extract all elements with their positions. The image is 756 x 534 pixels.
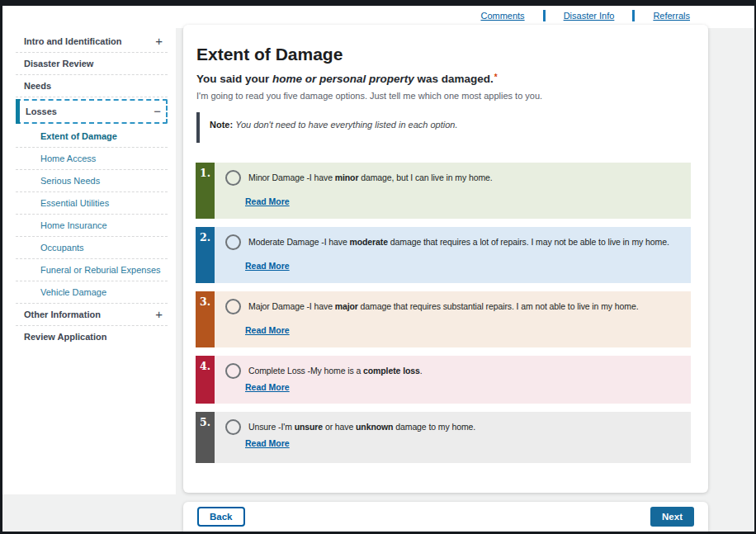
option-body: Complete Loss -My home is a complete los… xyxy=(215,356,691,404)
option-row-1: 1.Minor Damage -I have minor damage, but… xyxy=(196,163,691,219)
sidebar-item-disaster-review[interactable]: Disaster Review xyxy=(16,53,168,75)
option-label-text: Moderate Damage -I have xyxy=(248,237,350,247)
option-label-text: Minor Damage -I have xyxy=(248,172,335,182)
option-body: Minor Damage -I have minor damage, but I… xyxy=(215,163,691,219)
damage-options-list: 1.Minor Damage -I have minor damage, but… xyxy=(196,163,691,463)
note-box: Note: You don't need to have everything … xyxy=(196,112,692,143)
option-line: Unsure -I'm unsure or have unknown damag… xyxy=(225,421,683,435)
option-label-text: or have xyxy=(323,422,356,432)
top-links: CommentsDisaster InfoReferrals xyxy=(480,10,690,21)
plus-icon: + xyxy=(155,310,163,319)
sidebar-item-label: Serious Needs xyxy=(40,176,100,186)
option-number: 5. xyxy=(196,412,215,463)
sidebar-item-label: Essential Utilities xyxy=(40,198,109,208)
sidebar-item-label: Home Access xyxy=(40,154,96,163)
sidebar-item-extent-of-damage[interactable]: Extent of Damage xyxy=(16,125,168,148)
sidebar-item-serious-needs[interactable]: Serious Needs xyxy=(16,170,168,192)
option-label: Major Damage -I have major damage that r… xyxy=(248,300,638,312)
option-row-3: 3.Major Damage -I have major damage that… xyxy=(196,291,691,347)
radio-button[interactable] xyxy=(225,170,241,186)
sidebar-item-label: Review Application xyxy=(24,332,106,342)
nav-separator xyxy=(543,10,546,21)
option-row-4: 4.Complete Loss -My home is a complete l… xyxy=(196,356,691,404)
note-label: Note: xyxy=(210,120,233,130)
option-number: 1. xyxy=(196,163,215,219)
read-more-link[interactable]: Read More xyxy=(245,325,290,335)
question-subtitle: You said your home or personal property … xyxy=(196,73,692,85)
top-link-disaster-info[interactable]: Disaster Info xyxy=(564,11,615,21)
option-label-text: damage that requires a lot of repairs. I… xyxy=(388,237,669,247)
subtitle-text: was damaged. xyxy=(414,73,494,85)
sidebar-item-needs[interactable]: Needs xyxy=(16,75,168,97)
option-body: Unsure -I'm unsure or have unknown damag… xyxy=(215,412,691,463)
sidebar-item-losses[interactable]: Losses− xyxy=(16,99,168,124)
option-label-text: Complete Loss -My home is a xyxy=(248,366,363,376)
option-body: Moderate Damage -I have moderate damage … xyxy=(215,227,691,283)
option-label: Unsure -I'm unsure or have unknown damag… xyxy=(248,421,475,432)
app-window: CommentsDisaster InfoReferrals Intro and… xyxy=(0,0,756,534)
option-label-bold: complete loss xyxy=(363,366,420,376)
option-label-bold: minor xyxy=(335,172,359,182)
option-label-text: damage to my home. xyxy=(393,422,475,432)
option-label-text: damage that requires substantial repairs… xyxy=(358,301,639,311)
option-line: Major Damage -I have major damage that r… xyxy=(225,300,683,314)
sidebar-item-label: Other Information xyxy=(24,310,101,319)
sidebar-item-label: Home Insurance xyxy=(40,220,107,230)
sidebar-item-label: Losses xyxy=(26,106,57,116)
option-label: Minor Damage -I have minor damage, but I… xyxy=(248,172,493,183)
nav-separator xyxy=(632,10,635,21)
next-button[interactable]: Next xyxy=(650,507,694,527)
sidebar-item-intro-and-identification[interactable]: Intro and Identification+ xyxy=(16,31,168,53)
option-number: 3. xyxy=(196,291,215,347)
note-text-body: You don't need to have everything listed… xyxy=(235,120,457,130)
radio-button[interactable] xyxy=(225,363,241,379)
subtitle-emphasis: home or personal property xyxy=(272,73,414,85)
option-number: 4. xyxy=(196,356,215,404)
option-label: Moderate Damage -I have moderate damage … xyxy=(248,236,669,248)
sidebar-item-funeral-or-reburial-expenses[interactable]: Funeral or Reburial Expenses xyxy=(16,259,168,281)
option-row-2: 2.Moderate Damage -I have moderate damag… xyxy=(196,227,691,283)
sidebar-item-home-insurance[interactable]: Home Insurance xyxy=(16,215,168,237)
footer-action-bar: Back Next xyxy=(183,502,708,532)
option-label-text: . xyxy=(420,366,423,376)
option-label-bold: major xyxy=(335,301,358,311)
sidebar-item-label: Funeral or Reburial Expenses xyxy=(40,265,161,275)
option-line: Complete Loss -My home is a complete los… xyxy=(225,365,683,379)
option-line: Moderate Damage -I have moderate damage … xyxy=(225,236,683,250)
option-label-bold: unknown xyxy=(356,422,393,432)
page-title: Extent of Damage xyxy=(196,45,692,64)
top-link-referrals[interactable]: Referrals xyxy=(653,11,690,21)
option-label-text: damage, but I can live in my home. xyxy=(358,172,492,182)
radio-button[interactable] xyxy=(225,234,241,250)
read-more-link[interactable]: Read More xyxy=(245,438,290,448)
sidebar-item-review-application[interactable]: Review Application xyxy=(16,326,168,347)
sidebar-item-occupants[interactable]: Occupants xyxy=(16,237,168,259)
sidebar-item-home-access[interactable]: Home Access xyxy=(16,148,168,170)
radio-button[interactable] xyxy=(225,299,241,314)
sidebar-navigation: Intro and Identification+Disaster Review… xyxy=(2,6,176,494)
read-more-link[interactable]: Read More xyxy=(245,261,290,271)
back-button[interactable]: Back xyxy=(197,507,245,527)
top-link-comments[interactable]: Comments xyxy=(480,11,524,21)
required-marker: * xyxy=(494,73,498,82)
read-more-link[interactable]: Read More xyxy=(245,382,290,392)
main-card: Extent of Damage You said your home or p… xyxy=(183,25,708,493)
read-more-link[interactable]: Read More xyxy=(245,196,290,206)
radio-button[interactable] xyxy=(225,419,241,435)
option-body: Major Damage -I have major damage that r… xyxy=(215,291,691,347)
sidebar-item-label: Extent of Damage xyxy=(40,131,117,141)
sidebar-item-vehicle-damage[interactable]: Vehicle Damage xyxy=(16,281,168,304)
subtitle-text: You said your xyxy=(196,73,272,85)
sidebar-item-essential-utilities[interactable]: Essential Utilities xyxy=(16,192,168,215)
plus-icon: + xyxy=(155,37,163,45)
option-number: 2. xyxy=(196,227,215,283)
sidebar-item-label: Disaster Review xyxy=(24,59,93,69)
option-label-text: Unsure -I'm xyxy=(248,422,295,432)
question-description: I'm going to read you five damage option… xyxy=(196,91,692,101)
sidebar-item-other-information[interactable]: Other Information+ xyxy=(16,304,168,326)
option-row-5: 5.Unsure -I'm unsure or have unknown dam… xyxy=(196,412,691,463)
sidebar-item-label: Intro and Identification xyxy=(24,36,122,46)
option-label-bold: moderate xyxy=(350,237,388,247)
sidebar-item-label: Occupants xyxy=(40,243,84,253)
sidebar-item-label: Needs xyxy=(24,81,51,91)
